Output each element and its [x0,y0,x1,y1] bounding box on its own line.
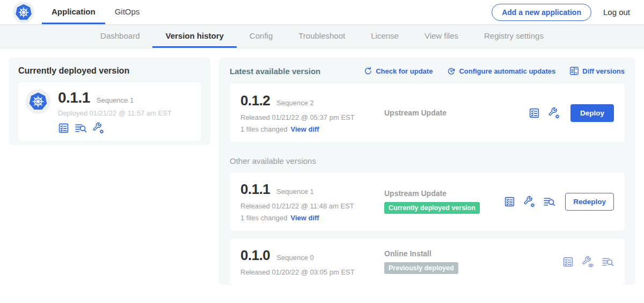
add-application-button[interactable]: Add a new application [492,4,591,21]
configure-automatic-updates-link[interactable]: Configure automatic updates [447,66,555,76]
refresh-icon [363,67,372,76]
subnav-tab-troubleshoot[interactable]: Troubleshoot [286,25,358,48]
released-timestamp: Released 01/21/22 @ 11:48 am EST [240,202,379,210]
app-logo [0,0,42,24]
subnav-tab-registry-settings[interactable]: Registry settings [471,25,557,48]
version-number: 0.1.2 [240,92,270,109]
version-source-label: Upstream Update [384,109,529,117]
version-number: 0.1.0 [240,247,270,264]
view-diff-link[interactable]: View diff [290,214,319,222]
logout-button[interactable]: Log out [603,8,630,17]
admin-console-page: Application GitOps Add a new application… [0,0,644,303]
released-timestamp: Released 01/21/22 @ 05:37 pm EST [240,113,379,121]
edit-config-icon[interactable] [548,107,560,119]
version-source-label: Upstream Update [384,189,504,198]
preflight-checklist-icon[interactable] [562,256,574,268]
other-versions-title: Other available versions [230,156,625,165]
deploy-logs-icon[interactable] [602,256,614,268]
deployed-version-number: 0.1.1 [58,89,90,106]
view-config-icon[interactable] [582,256,594,268]
preflight-checklist-icon[interactable] [58,122,69,134]
currently-deployed-title: Currently deployed version [18,66,201,76]
version-card-0-1-2: 0.1.2 Sequence 2 Released 01/21/22 @ 05:… [230,84,625,142]
diff-versions-link[interactable]: Diff versions [569,66,625,76]
sequence-label: Sequence 1 [276,187,313,196]
edit-config-icon[interactable] [92,122,104,134]
header-right: Add a new application Log out [492,0,644,24]
deploy-button[interactable]: Deploy [570,104,614,122]
view-diff-link[interactable]: View diff [290,125,319,133]
preflight-checklist-icon[interactable] [529,107,540,119]
deploy-logs-icon[interactable] [543,196,555,207]
edit-config-icon[interactable] [523,196,535,207]
app-subnav: Dashboard Version history Config Trouble… [0,25,644,48]
top-header: Application GitOps Add a new application… [0,0,644,25]
auto-update-clock-icon [447,67,456,76]
version-source-label: Online Install [384,249,562,258]
deployed-timestamp: Deployed 01/21/22 @ 11:57 am EST [58,109,172,117]
version-history-panel: Latest available version Check for updat… [219,57,635,285]
subnav-tab-version-history[interactable]: Version history [152,25,236,48]
previously-deployed-badge: Previously deployed [384,262,458,274]
deployed-sequence-label: Sequence 1 [97,96,134,104]
tab-application[interactable]: Application [42,0,105,24]
subnav-tab-config[interactable]: Config [237,25,286,48]
preflight-checklist-icon[interactable] [504,196,515,207]
header-tabs: Application GitOps [42,0,149,24]
subnav-tab-dashboard[interactable]: Dashboard [87,25,152,48]
currently-deployed-panel: Currently deployed version 0.1 [9,57,210,145]
kubernetes-helm-icon [13,2,34,23]
latest-available-title: Latest available version [230,67,320,76]
tab-gitops[interactable]: GitOps [105,0,150,24]
diff-columns-icon [569,66,579,76]
version-card-0-1-0: 0.1.0 Sequence 0 Released 01/20/22 @ 03:… [230,239,625,285]
subnav-tab-license[interactable]: License [358,25,412,48]
redeploy-button[interactable]: Redeploy [565,193,614,211]
subnav-tab-view-files[interactable]: View files [412,25,471,48]
deploy-logs-icon[interactable] [75,122,87,134]
version-card-0-1-1: 0.1.1 Sequence 1 Released 01/21/22 @ 11:… [230,172,625,230]
version-number: 0.1.1 [240,181,270,198]
check-for-update-link[interactable]: Check for update [363,66,433,76]
released-timestamp: Released 01/20/22 @ 03:05 pm EST [240,268,379,276]
sequence-label: Sequence 0 [276,254,313,262]
currently-deployed-badge: Currently deployed version [384,202,480,214]
files-changed-line: 1 files changedView diff [240,125,379,133]
deployed-version-card: 0.1.1 Sequence 1 Deployed 01/21/22 @ 11:… [18,82,201,141]
kubernetes-helm-icon [26,89,50,114]
files-changed-line: 1 files changedView diff [240,214,379,222]
sequence-label: Sequence 2 [276,99,313,107]
